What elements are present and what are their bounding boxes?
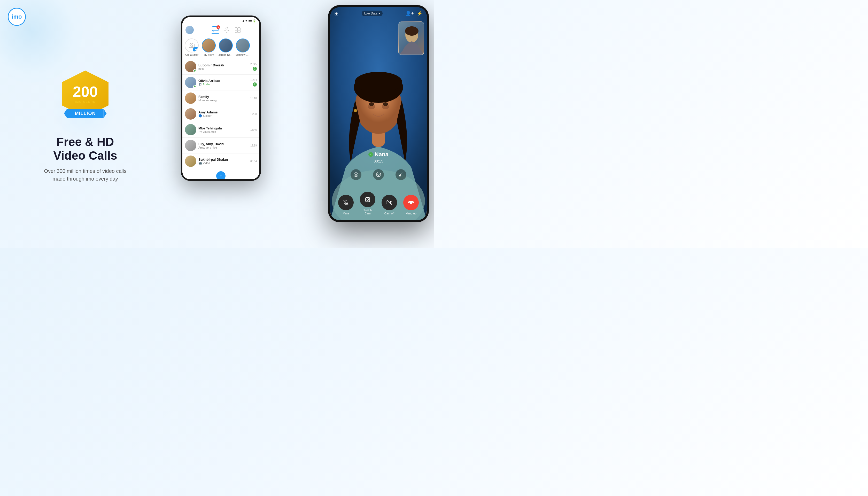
low-data-button[interactable]: Low Data ▾ [362,11,383,16]
matthew-story-label: Matthew Lina [236,53,250,56]
chat-content-amy: Amy Adams 🔵 Sticker [198,110,248,118]
left-section: 200 IMO UESRS MILLION Free & HDVideo Cal… [0,0,170,248]
chat-name-suk: Sukhbirpal Dhalan [198,158,248,161]
chat-list: Lubomír Dvořák hello 20:45 2 Olivia Arri… [182,59,259,169]
avatar-olivia [185,77,196,88]
status-bar: ▲▼ ■■ 🔋 [182,17,259,24]
new-chat-button[interactable]: + [216,171,226,179]
hang-up-button[interactable] [403,195,419,210]
controls-row: Mute SwitchCam [338,192,419,215]
badge-number: 200 [73,84,98,99]
tab-bar: 4 9 [182,24,259,36]
phone-video: ⊞ Low Data ▾ 👤+ ⚡ [328,5,429,222]
camera-flip-svg [376,172,381,177]
chat-amy[interactable]: Amy Adams 🔵 Sticker 17:38 [182,106,259,122]
add-story-avatar: + [185,38,199,52]
story-add[interactable]: + Add a Story [184,38,199,56]
chat-suk[interactable]: Sukhbirpal Dhalan 📹 Video 08:04 [182,153,259,169]
chat-preview-suk: 📹 Video [198,161,248,165]
badge-label: IMO UESRS [75,100,96,103]
video-top-icons: 👤+ ⚡ [405,11,423,16]
chat-mbe[interactable]: Mbe Tshinguta I'm yours.mp3 16:45 [182,122,259,138]
svg-point-15 [355,72,402,92]
chat-content-family: Family Mom: morning [198,95,248,102]
caller-name: ✓ Nana [368,151,389,158]
tab-chats[interactable]: 4 [212,26,219,34]
jordan-story-label: Jordan Ntolo [219,53,233,56]
svg-point-26 [378,174,379,175]
add-story-label: Add a Story [185,53,198,56]
svg-point-19 [383,102,388,106]
expand-icon[interactable]: ⊞ [334,10,339,17]
online-indicator [193,69,196,72]
chat-olivia[interactable]: Olivia Arribas 🎵 Audio 19:34 2 [182,75,259,90]
call-controls: Mute SwitchCam [330,192,427,215]
mute-label: Mute [343,212,349,215]
cam-off-control[interactable]: Cam off [382,195,397,215]
mute-control[interactable]: Mute [338,195,354,215]
add-person-icon[interactable]: 👤+ [405,11,414,16]
chat-time-amy: 17:38 [250,113,257,115]
online-indicator-olivia [193,85,196,88]
matthew-story-avatar [236,38,250,52]
chat-content-lily: Lily, Amy, David Amy: very nice [198,142,248,149]
story-my[interactable]: My Story [202,38,216,56]
tab-contacts-badge: 9 [226,31,227,34]
bluetooth-icon[interactable]: ⚡ [417,11,423,16]
signal-icon[interactable] [396,169,406,180]
hang-up-icon [407,200,415,205]
user-avatar-tab[interactable] [185,26,194,34]
unread-olivia: 2 [253,82,257,87]
chat-name-mbe: Mbe Tshinguta [198,126,248,130]
chat-time-suk: 08:04 [250,160,257,163]
switch-cam-button[interactable] [360,192,375,207]
switch-cam-control[interactable]: SwitchCam [360,192,375,215]
chat-content-lubomir: Lubomír Dvořák hello [198,63,248,70]
right-section: ▲▼ ■■ 🔋 4 [170,0,434,248]
chat-family[interactable]: Family Mom: morning 18:10 [182,90,259,106]
chat-meta-olivia: 19:34 2 [250,79,257,87]
svg-rect-4 [235,28,237,30]
chat-content-suk: Sukhbirpal Dhalan 📹 Video [198,158,248,165]
phone-chat: ▲▼ ■■ 🔋 4 [181,16,261,181]
avatar-family [185,92,196,104]
signal-svg [398,172,404,177]
chat-lily[interactable]: Lily, Amy, David Amy: very nice 12:19 [182,138,259,153]
switch-cam-icon [365,196,371,203]
chat-name-lily: Lily, Amy, David [198,142,248,146]
caller-info: ✓ Nana 00:15 [330,151,427,163]
svg-rect-7 [238,30,240,33]
my-story-avatar [202,38,216,52]
mute-button[interactable] [338,195,354,210]
story-jordan[interactable]: Jordan Ntolo [219,38,233,56]
hang-up-label: Hang up [406,212,416,215]
chat-meta-lily: 12:19 [250,144,257,147]
story-matthew[interactable]: Matthew Lina [236,38,250,56]
chat-time-family: 18:10 [250,97,257,100]
tab-more[interactable] [235,27,241,33]
low-data-label: Low Data [364,12,377,15]
chat-preview-olivia: 🎵 Audio [198,83,248,86]
cam-off-label: Cam off [384,212,394,215]
hang-up-control[interactable]: Hang up [403,195,419,215]
cam-off-button[interactable] [382,195,397,210]
add-icon: + [193,47,199,52]
camera-flip-icon[interactable] [373,169,384,180]
chat-lubomir[interactable]: Lubomír Dvořák hello 20:45 2 [182,59,259,75]
chat-meta-suk: 08:04 [250,160,257,163]
my-story-label: My Story [204,53,214,56]
switch-cam-label: SwitchCam [363,209,372,215]
effects-icon[interactable] [351,169,361,180]
cam-off-icon [386,199,392,206]
svg-point-25 [355,174,357,176]
main-heading: Free & HDVideo Calls [53,135,117,162]
self-thumbnail[interactable] [398,21,424,55]
chat-time-olivia: 19:34 [250,79,257,81]
self-thumbnail-video [399,22,424,55]
avatar-mbe [185,124,196,135]
tab-contacts[interactable]: 9 [224,26,230,34]
avatar-lily [185,140,196,151]
chat-time-lubomir: 20:45 [250,63,257,66]
secondary-icons [330,169,427,180]
mute-icon [343,199,349,206]
